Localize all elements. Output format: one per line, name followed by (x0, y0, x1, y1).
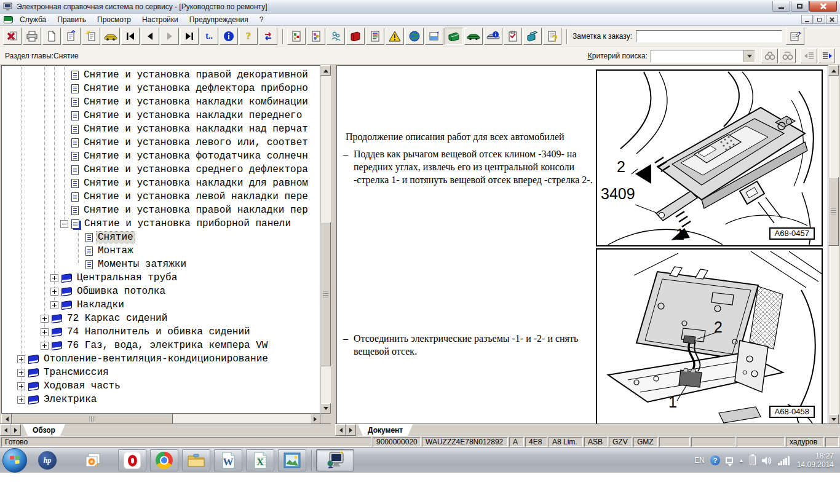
new-document-button[interactable] (42, 28, 61, 45)
tree-item[interactable]: Монтаж (74, 244, 320, 258)
scroll-down-button[interactable] (320, 403, 331, 414)
taskbar-excel-icon[interactable]: X (246, 449, 274, 471)
bulletins-button[interactable] (366, 28, 384, 45)
flag-button[interactable] (425, 28, 443, 45)
tree-item[interactable]: Снятие и установка накладки над перчат (60, 122, 320, 136)
search-button[interactable] (761, 49, 778, 63)
expand-box[interactable] (17, 396, 25, 404)
search-dropdown-button[interactable] (743, 50, 755, 62)
tree-item[interactable]: Электрика (17, 393, 320, 406)
warnings-button[interactable] (386, 28, 404, 45)
tree-item[interactable]: Ходовая часть (17, 379, 320, 393)
minimize-button[interactable] (772, 1, 790, 12)
tray-clock[interactable]: 18:27 14.09.2014 (797, 452, 834, 469)
tree-item[interactable]: Отопление-вентиляция-кондиционирование (17, 352, 320, 366)
mdi-close-button[interactable] (826, 15, 838, 24)
library-button[interactable] (523, 28, 542, 45)
panel-splitter[interactable] (331, 64, 335, 436)
taskbar-opera-icon[interactable] (118, 449, 146, 471)
help-button[interactable]: ? (239, 28, 258, 45)
tree-vertical-scrollbar[interactable] (320, 65, 331, 414)
vehicle-data-button[interactable] (484, 28, 502, 45)
customers-button[interactable] (327, 28, 345, 45)
doc-help-button[interactable] (543, 28, 561, 45)
tab-overview[interactable]: Обзор (23, 424, 65, 436)
taskbar-hp-icon[interactable]: hp (33, 449, 61, 471)
tab-document[interactable]: Документ (358, 424, 413, 436)
tree-horizontal-scrollbar[interactable] (1, 414, 320, 424)
expand-box[interactable] (50, 301, 58, 309)
scrollbar-thumb[interactable] (12, 414, 173, 424)
expand-box[interactable] (17, 355, 25, 363)
taskbar-explorer-icon[interactable] (182, 449, 210, 471)
show-hidden-icons[interactable]: ▲ (739, 457, 744, 463)
mdi-minimize-button[interactable] (801, 15, 813, 24)
nav-back-button[interactable] (141, 28, 159, 45)
tree-item[interactable]: Накладки (50, 298, 320, 312)
repair-manual-button[interactable] (445, 28, 463, 45)
expand-box[interactable] (50, 288, 58, 296)
maximize-button[interactable] (791, 1, 809, 12)
search-criteria-combobox[interactable] (651, 50, 755, 63)
tree-item[interactable]: Снятие и установка правой декоративной (60, 68, 320, 82)
nav-last-button[interactable] (180, 28, 199, 45)
manual-button[interactable] (346, 28, 365, 45)
edit-order-button[interactable] (62, 28, 81, 45)
list-next-button[interactable] (818, 49, 835, 63)
tree-item[interactable]: Снятие и установка левой накладки пере (60, 190, 320, 203)
checklist-button[interactable] (504, 28, 522, 45)
tree-item-selected[interactable]: Снятие (74, 230, 320, 244)
taskbar-gallery-icon[interactable] (79, 449, 107, 471)
taskbar-chrome-icon[interactable] (150, 449, 178, 471)
document-system-icon[interactable] (4, 16, 13, 23)
order-note-input[interactable] (636, 30, 782, 42)
tree-item[interactable]: Снятие и установка левого или, соответ (60, 136, 320, 149)
tree-item[interactable]: 72 Каркас сидений (41, 312, 320, 325)
menu-nastroyki[interactable]: Настройки (137, 14, 184, 25)
tree-item[interactable]: Центральная труба (50, 271, 320, 285)
nav-first-button[interactable] (121, 28, 140, 45)
order-note-button[interactable] (786, 28, 804, 45)
expand-box[interactable] (41, 342, 49, 350)
close-button[interactable] (809, 1, 837, 12)
battery-icon[interactable] (750, 455, 756, 465)
tree-item[interactable]: Снятие и установка правой накладки пер (60, 203, 320, 217)
start-button[interactable] (2, 448, 27, 473)
scrollbar-thumb[interactable] (828, 177, 839, 246)
language-indicator[interactable]: EN (694, 456, 705, 465)
info-button[interactable] (220, 28, 238, 45)
scrollbar-thumb[interactable] (320, 222, 331, 366)
parts-button[interactable] (307, 28, 325, 45)
tree-item[interactable]: Снятие и установка накладки переднего (60, 109, 320, 122)
tree-item[interactable]: Трансмиссия (17, 366, 320, 379)
tab-scroll-left-button[interactable] (0, 424, 10, 436)
taskbar-word-icon[interactable]: W (214, 449, 242, 471)
scroll-up-button[interactable] (828, 65, 839, 76)
nav-forward-button[interactable] (160, 28, 179, 45)
network-signal-icon[interactable] (777, 456, 790, 465)
new-order-button[interactable] (82, 28, 100, 45)
print-button[interactable] (23, 28, 41, 45)
tree-item[interactable]: Снятие и установка накладки для равном (60, 176, 320, 190)
jump-button[interactable]: t.. (200, 28, 218, 45)
expand-box[interactable] (17, 369, 25, 377)
expand-box[interactable] (50, 274, 58, 282)
vehicle-button[interactable] (101, 28, 120, 45)
tree-item[interactable]: Снятие и установка дефлектора приборно (60, 82, 320, 95)
tree-item[interactable]: Снятие и установка среднего дефлектора (60, 163, 320, 176)
swap-button[interactable] (259, 28, 277, 45)
green-car-button[interactable] (464, 28, 483, 45)
tab-scroll-right-button[interactable] (346, 424, 356, 436)
menu-prosmotr[interactable]: Просмотр (92, 14, 137, 25)
mdi-restore-button[interactable] (814, 15, 825, 24)
menu-preduprezhdeniya[interactable]: Предупреждения (184, 14, 254, 25)
online-button[interactable] (405, 28, 424, 45)
expand-box[interactable] (17, 382, 25, 390)
tray-help-icon[interactable]: ? (710, 455, 720, 465)
scroll-left-button[interactable] (1, 414, 12, 424)
tree-item[interactable]: 74 Наполнитель и обивка сидений (41, 325, 320, 339)
catalog-button[interactable] (287, 28, 306, 45)
search-next-button[interactable] (779, 49, 796, 63)
tree-item-expanded[interactable]: Снятие и установка приборной панели (60, 217, 320, 230)
tree-item[interactable]: 76 Газ, вода, электрика кемпера VW (41, 339, 320, 352)
